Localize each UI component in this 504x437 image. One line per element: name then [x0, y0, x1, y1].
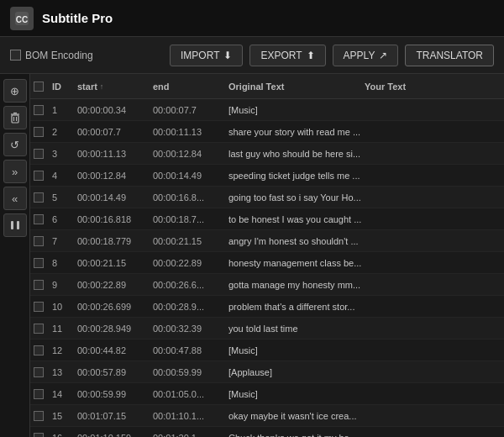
- table-row[interactable]: 10 00:00:26.699 00:00:28.9... problem th…: [30, 296, 504, 318]
- row-checkbox[interactable]: [34, 258, 44, 268]
- toolbar: BOM Encoding IMPORT ⬇ EXPORT ⬆ APPLY ↗ T…: [0, 37, 504, 74]
- add-button[interactable]: ⊕: [3, 79, 27, 103]
- col-id: ID: [52, 82, 77, 92]
- cell-start: 00:00:59.99: [77, 389, 153, 399]
- svg-rect-7: [11, 221, 13, 229]
- title-bar: CC Subtitle Pro: [0, 0, 504, 37]
- bom-encoding-label[interactable]: BOM Encoding: [10, 50, 93, 61]
- cell-end: 00:00:16.8...: [153, 192, 228, 203]
- cell-original: last guy who should be here si...: [228, 149, 366, 159]
- table-row[interactable]: 7 00:00:18.779 00:00:21.15 angry I'm hon…: [30, 230, 504, 252]
- cell-start: 00:00:22.89: [77, 280, 153, 290]
- export-label: EXPORT: [260, 50, 302, 61]
- cell-end: 00:00:07.7: [153, 105, 228, 115]
- translator-button[interactable]: TRANSLATOR: [405, 45, 494, 66]
- cell-id: 4: [52, 171, 77, 181]
- cell-start: 00:00:21.15: [77, 258, 153, 268]
- cell-start: 00:00:28.949: [77, 324, 153, 334]
- apply-label: APPLY: [344, 50, 375, 61]
- col-yourtext: Your Text: [365, 82, 501, 92]
- forward-button[interactable]: »: [3, 160, 27, 183]
- cell-original: [Applause]: [228, 367, 366, 377]
- row-checkbox[interactable]: [34, 236, 44, 246]
- table-row[interactable]: 8 00:00:21.15 00:00:22.89 honesty manage…: [30, 252, 504, 274]
- cell-end: 00:01:10.1...: [153, 411, 228, 421]
- col-start: start ↑: [77, 82, 153, 92]
- back-button[interactable]: «: [3, 187, 27, 210]
- bom-checkbox[interactable]: [10, 50, 21, 61]
- table-row[interactable]: 1 00:00:00.34 00:00:07.7 [Music]: [30, 99, 504, 121]
- undo-button[interactable]: ↺: [3, 133, 27, 156]
- cell-end: 00:00:32.39: [153, 324, 228, 334]
- app-logo: CC: [10, 7, 34, 30]
- row-checkbox[interactable]: [34, 192, 44, 203]
- bom-text: BOM Encoding: [25, 50, 93, 61]
- export-button[interactable]: EXPORT ⬆: [249, 45, 325, 66]
- cell-id: 13: [52, 367, 77, 377]
- table-row[interactable]: 14 00:00:59.99 00:01:05.0... [Music]: [30, 383, 504, 405]
- row-checkbox[interactable]: [34, 214, 44, 224]
- cell-original: speeding ticket judge tells me ...: [228, 171, 366, 181]
- cell-original: okay maybe it wasn't ice crea...: [228, 411, 366, 421]
- apply-button[interactable]: APPLY ↗: [333, 45, 399, 66]
- row-checkbox[interactable]: [34, 171, 44, 181]
- table-row[interactable]: 12 00:00:44.82 00:00:47.88 [Music]: [30, 340, 504, 361]
- row-checkbox[interactable]: [34, 433, 44, 438]
- cell-original: honesty management class be...: [228, 258, 366, 268]
- table-row[interactable]: 5 00:00:14.49 00:00:16.8... going too fa…: [30, 187, 504, 208]
- table-row[interactable]: 3 00:00:11.13 00:00:12.84 last guy who s…: [30, 143, 504, 165]
- cell-id: 12: [52, 345, 77, 355]
- cell-start: 00:00:16.818: [77, 214, 153, 224]
- cell-id: 2: [52, 127, 77, 137]
- row-checkbox[interactable]: [34, 324, 44, 334]
- row-checkbox[interactable]: [34, 127, 44, 137]
- table-row[interactable]: 4 00:00:12.84 00:00:14.49 speeding ticke…: [30, 165, 504, 187]
- row-checkbox[interactable]: [34, 280, 44, 290]
- cell-start: 00:00:07.7: [77, 127, 153, 137]
- play-button[interactable]: [3, 213, 27, 237]
- cell-end: 00:00:11.13: [153, 127, 228, 137]
- cell-original: Chuck thanks we got it my ho...: [228, 433, 366, 438]
- cell-id: 15: [52, 411, 77, 421]
- cell-start: 00:00:11.13: [77, 149, 153, 159]
- table-row[interactable]: 2 00:00:07.7 00:00:11.13 share your stor…: [30, 121, 504, 143]
- cell-end: 00:00:59.99: [153, 367, 228, 377]
- cell-end: 00:00:28.9...: [153, 302, 228, 312]
- table-row[interactable]: 11 00:00:28.949 00:00:32.39 you told las…: [30, 318, 504, 340]
- cell-id: 11: [52, 324, 77, 334]
- cell-id: 7: [52, 236, 77, 246]
- export-icon: ⬆: [307, 50, 315, 61]
- table-row[interactable]: 6 00:00:16.818 00:00:18.7... to be hones…: [30, 208, 504, 230]
- cell-start: 00:00:57.89: [77, 367, 153, 377]
- table-scroll[interactable]: 1 00:00:00.34 00:00:07.7 [Music] 2 00:00…: [30, 99, 504, 437]
- table-row[interactable]: 16 00:01:10.159 00:01:20.1... Chuck than…: [30, 427, 504, 437]
- row-checkbox[interactable]: [34, 389, 44, 399]
- cell-original: angry I'm honest so shouldn't ...: [228, 236, 366, 246]
- row-checkbox[interactable]: [34, 105, 44, 115]
- cell-id: 3: [52, 149, 77, 159]
- row-checkbox[interactable]: [34, 149, 44, 159]
- row-checkbox[interactable]: [34, 411, 44, 421]
- cell-end: 00:00:14.49: [153, 171, 228, 181]
- row-checkbox[interactable]: [34, 302, 44, 312]
- delete-button[interactable]: [3, 106, 27, 129]
- table-row[interactable]: 13 00:00:57.89 00:00:59.99 [Applause]: [30, 361, 504, 383]
- import-label: IMPORT: [181, 50, 219, 61]
- import-button[interactable]: IMPORT ⬇: [170, 45, 243, 66]
- table-row[interactable]: 9 00:00:22.89 00:00:26.6... gotta manage…: [30, 274, 504, 296]
- cell-end: 00:01:20.1...: [153, 433, 228, 438]
- cell-id: 8: [52, 258, 77, 268]
- table-row[interactable]: 15 00:01:07.15 00:01:10.1... okay maybe …: [30, 405, 504, 427]
- cell-end: 00:00:47.88: [153, 345, 228, 355]
- table-area: ID start ↑ end Original Text Your Text 1…: [30, 74, 504, 437]
- row-checkbox[interactable]: [34, 345, 44, 355]
- cell-start: 00:01:07.15: [77, 411, 153, 421]
- cell-original: [Music]: [228, 105, 366, 115]
- row-checkbox[interactable]: [34, 367, 44, 377]
- cell-start: 00:00:12.84: [77, 171, 153, 181]
- cell-original: problem that's a different stor...: [228, 302, 366, 312]
- cell-id: 1: [52, 105, 77, 115]
- cell-original: gotta manage my honesty mm...: [228, 280, 366, 290]
- select-all-checkbox[interactable]: [34, 82, 44, 92]
- cell-original: share your story with read me ...: [228, 127, 366, 137]
